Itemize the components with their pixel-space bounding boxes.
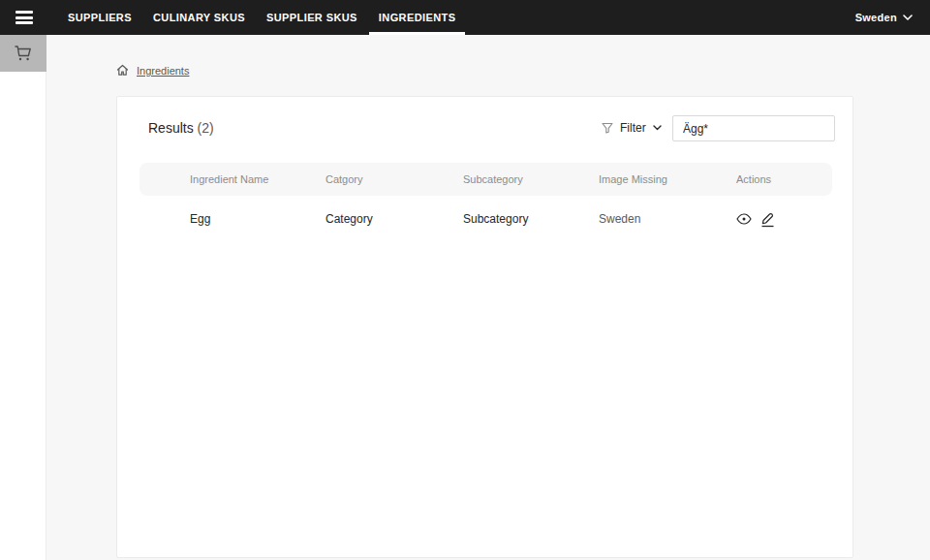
eye-icon — [736, 213, 752, 225]
cell-subcategory: Subcategory — [463, 212, 599, 226]
filter-dropdown[interactable]: Filter — [602, 121, 662, 135]
nav-tab-culinary-skus[interactable]: CULINARY SKUS — [142, 0, 256, 35]
pencil-edit-icon — [760, 211, 775, 228]
nav-tabs: SUPPLIERS CULINARY SKUS SUPPLIER SKUS IN… — [57, 0, 466, 35]
home-icon[interactable] — [116, 64, 129, 77]
results-count-value: (2) — [198, 120, 214, 136]
chevron-down-icon — [903, 15, 913, 20]
region-label: Sweden — [855, 12, 897, 23]
cell-category: Category — [326, 212, 463, 226]
column-header-image-missing: Image Missing — [599, 173, 736, 185]
table-header-row: Ingredient Name Catgory Subcategory Imag… — [140, 163, 832, 196]
table-row: Egg Category Subcategory Sweden — [140, 196, 832, 242]
cell-image-missing: Sweden — [599, 212, 736, 226]
ingredients-table: Ingredient Name Catgory Subcategory Imag… — [140, 163, 832, 242]
cell-actions — [736, 209, 832, 229]
card-header: Results (2) Filter — [117, 97, 852, 163]
region-selector[interactable]: Sweden — [855, 12, 913, 23]
edit-button[interactable] — [760, 209, 775, 229]
view-button[interactable] — [736, 209, 752, 229]
top-navigation-bar: SUPPLIERS CULINARY SKUS SUPPLIER SKUS IN… — [0, 0, 930, 35]
filter-funnel-icon — [602, 122, 613, 134]
cart-button[interactable] — [0, 35, 46, 72]
cell-ingredient-name: Egg — [190, 212, 326, 226]
nav-tab-suppliers[interactable]: SUPPLIERS — [57, 0, 142, 35]
results-count: Results (2) — [148, 120, 214, 136]
chevron-down-icon — [653, 125, 662, 131]
nav-tab-ingredients[interactable]: INGREDIENTS — [368, 0, 467, 35]
shopping-cart-icon — [14, 45, 33, 62]
results-label: Results — [148, 120, 194, 136]
breadcrumb-link-ingredients[interactable]: Ingredients — [137, 65, 189, 77]
filter-label: Filter — [620, 121, 646, 135]
left-sidebar — [0, 35, 46, 560]
results-card: Results (2) Filter Ingredient Name Catgo… — [116, 96, 853, 558]
column-header-ingredient-name: Ingredient Name — [190, 173, 326, 185]
search-input[interactable] — [672, 115, 835, 141]
column-header-actions: Actions — [736, 173, 832, 185]
column-header-subcategory: Subcategory — [463, 173, 599, 185]
nav-tab-supplier-skus[interactable]: SUPPLIER SKUS — [256, 0, 368, 35]
hamburger-menu-icon[interactable] — [16, 11, 33, 24]
breadcrumb: Ingredients — [116, 64, 189, 77]
column-header-category: Catgory — [326, 173, 463, 185]
